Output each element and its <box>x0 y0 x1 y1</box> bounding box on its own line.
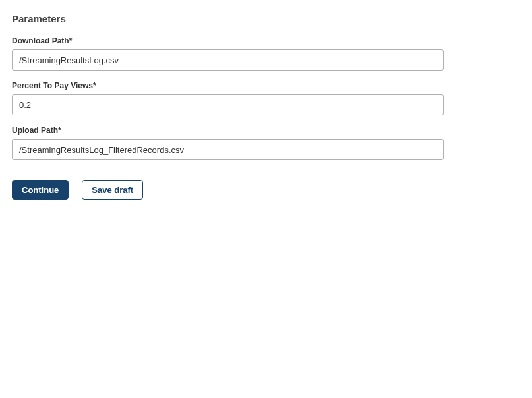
download-path-label: Download Path* <box>12 36 520 45</box>
continue-button[interactable]: Continue <box>12 180 69 200</box>
top-divider <box>0 3 532 3</box>
field-percent-to-pay-views: Percent To Pay Views* <box>12 81 520 115</box>
button-row: Continue Save draft <box>12 180 520 200</box>
save-draft-button[interactable]: Save draft <box>82 180 143 200</box>
field-download-path: Download Path* <box>12 36 520 71</box>
download-path-input[interactable] <box>12 49 444 71</box>
percent-to-pay-views-label: Percent To Pay Views* <box>12 81 520 90</box>
upload-path-input[interactable] <box>12 139 444 160</box>
section-title: Parameters <box>12 13 520 24</box>
field-upload-path: Upload Path* <box>12 126 520 160</box>
upload-path-label: Upload Path* <box>12 126 520 135</box>
percent-to-pay-views-input[interactable] <box>12 94 444 115</box>
form-container: Parameters Download Path* Percent To Pay… <box>0 0 532 200</box>
